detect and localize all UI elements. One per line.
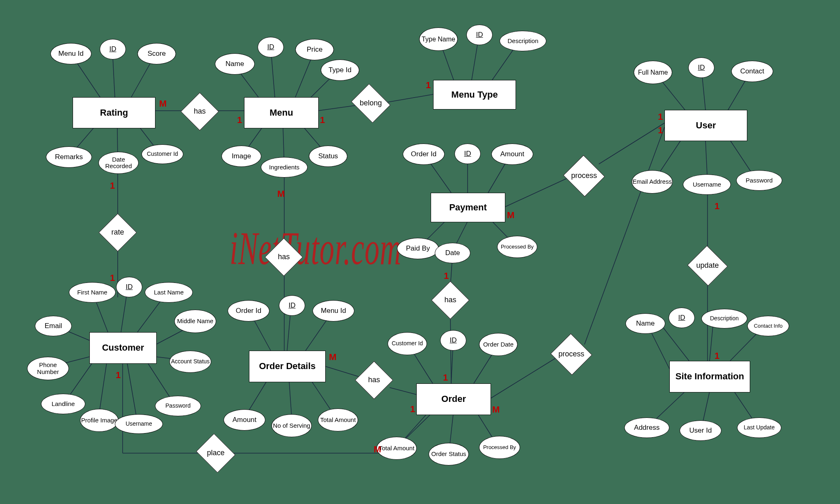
card-order-proc: M bbox=[492, 404, 500, 415]
attr-od-orderid: Order Id bbox=[228, 300, 269, 322]
svg-line-54 bbox=[127, 363, 137, 422]
rel-has-pay-order: has bbox=[437, 287, 463, 313]
attr-od-serving: No of Serving bbox=[272, 414, 312, 437]
attr-menu-name: Name bbox=[215, 53, 255, 75]
attr-menu-id: ID bbox=[258, 37, 284, 57]
entity-siteinfo: Site Information bbox=[669, 361, 750, 392]
rel-has-rating-menu: has bbox=[187, 98, 213, 125]
attr-ord-status: Order Status bbox=[429, 443, 469, 465]
attr-pay-paidby: Paid By bbox=[397, 238, 439, 259]
svg-line-65 bbox=[390, 388, 416, 395]
attr-site-addr: Address bbox=[624, 417, 669, 438]
attr-cust-landline: Landline bbox=[41, 394, 85, 414]
attr-ord-id: ID bbox=[440, 330, 466, 351]
attr-user-fullname: Full Name bbox=[634, 61, 672, 84]
attr-rating-custid: Customer Id bbox=[142, 144, 183, 164]
attr-cust-mname: Middle Name bbox=[174, 310, 216, 333]
entity-menutype: Menu Type bbox=[433, 80, 516, 109]
card-menu-has2: M bbox=[277, 189, 285, 199]
card-cust-rate: 1 bbox=[110, 273, 115, 283]
attr-cust-profile: Profile Image bbox=[80, 409, 119, 432]
attr-menu-image: Image bbox=[221, 146, 261, 167]
card-user-proc2: 1 bbox=[658, 125, 663, 136]
attr-site-update: Last Update bbox=[737, 417, 781, 438]
attr-rating-date: Date Recorded bbox=[98, 152, 139, 174]
attr-cust-email: Email bbox=[35, 316, 72, 336]
attr-site-userid: User Id bbox=[680, 420, 721, 441]
attr-ord-procby: Processed By bbox=[479, 436, 520, 459]
attr-menu-typeid: Type Id bbox=[321, 59, 359, 81]
attr-cust-status: Account Status bbox=[169, 351, 211, 373]
attr-menu-status: Status bbox=[309, 146, 347, 167]
attr-cust-id: ID bbox=[116, 277, 142, 297]
attr-od-menuid: Menu Id bbox=[313, 300, 354, 322]
rel-belong: belong bbox=[356, 91, 386, 116]
attr-pay-date: Date bbox=[435, 243, 470, 263]
svg-line-78 bbox=[490, 357, 558, 399]
card-rating-rate: 1 bbox=[110, 180, 115, 191]
attr-user-id: ID bbox=[688, 57, 714, 78]
card-order-place: M bbox=[374, 444, 381, 455]
entity-menu: Menu bbox=[244, 97, 319, 128]
attr-rating-remarks: Remarks bbox=[46, 146, 92, 168]
attr-ord-custid: Customer Id bbox=[388, 332, 427, 355]
attr-cust-fname: First Name bbox=[69, 282, 116, 303]
card-pay-has: 1 bbox=[444, 271, 449, 281]
attr-site-desc: Description bbox=[701, 309, 747, 328]
watermark: iNetTutor.com bbox=[230, 221, 402, 276]
svg-line-36 bbox=[660, 324, 689, 361]
attr-user-email: Email Address bbox=[632, 170, 673, 194]
attr-cust-password: Password bbox=[155, 396, 201, 416]
attr-cust-phone: Phone Number bbox=[27, 357, 69, 380]
card-mt-belong: 1 bbox=[426, 80, 431, 91]
svg-line-15 bbox=[318, 105, 356, 111]
attr-mt-typename: Type Name bbox=[419, 27, 458, 51]
attr-rating-id: ID bbox=[100, 39, 126, 59]
rel-process-order: process bbox=[557, 340, 586, 368]
entity-orderdetails: Order Details bbox=[249, 351, 326, 382]
entity-payment: Payment bbox=[431, 193, 505, 222]
attr-user-contact: Contact bbox=[731, 61, 773, 82]
rel-update: update bbox=[693, 252, 722, 279]
svg-line-79 bbox=[584, 127, 664, 344]
rel-has-menu-od: has bbox=[271, 244, 297, 270]
attr-pay-id: ID bbox=[454, 144, 481, 164]
attr-od-total: Total Amount bbox=[318, 408, 358, 431]
attr-mt-desc: Description bbox=[500, 31, 546, 51]
card-cust-place: 1 bbox=[116, 370, 121, 381]
card-user-proc1: 1 bbox=[658, 112, 663, 122]
entity-user: User bbox=[664, 110, 747, 141]
attr-mt-id: ID bbox=[466, 25, 493, 45]
attr-pay-procby: Processed By bbox=[497, 236, 537, 258]
attr-od-id: ID bbox=[279, 295, 305, 316]
attr-user-password: Password bbox=[736, 170, 782, 191]
attr-od-amount: Amount bbox=[224, 409, 265, 431]
attr-ord-date: Order Date bbox=[479, 333, 518, 356]
attr-cust-username: Username bbox=[115, 414, 163, 434]
attr-cust-lname: Last Name bbox=[145, 282, 193, 303]
rel-process-pay: process bbox=[569, 162, 599, 190]
svg-line-64 bbox=[325, 366, 361, 377]
rel-has-od-order: has bbox=[361, 367, 387, 393]
card-pay-proc: M bbox=[507, 210, 514, 221]
card-site-update: 1 bbox=[714, 351, 719, 361]
rel-place: place bbox=[201, 441, 231, 465]
attr-site-contact: Contact Info bbox=[747, 316, 789, 336]
attr-user-username: Username bbox=[683, 174, 731, 195]
entity-order: Order bbox=[416, 383, 491, 415]
svg-line-26 bbox=[504, 176, 571, 207]
attr-site-name: Name bbox=[625, 313, 665, 334]
entity-rating: Rating bbox=[73, 97, 155, 128]
rel-rate: rate bbox=[105, 219, 131, 246]
card-order-has: 1 bbox=[410, 404, 415, 415]
svg-line-27 bbox=[599, 123, 664, 164]
card-order-haspay: 1 bbox=[443, 372, 448, 383]
svg-line-16 bbox=[386, 94, 433, 103]
card-od-has: M bbox=[329, 352, 336, 363]
entity-customer: Customer bbox=[89, 332, 157, 364]
card-menu-has: 1 bbox=[237, 115, 242, 125]
card-rating-has: M bbox=[159, 98, 167, 109]
card-user-update: 1 bbox=[714, 201, 719, 212]
attr-pay-orderid: Order Id bbox=[403, 144, 445, 165]
card-menu-belong: 1 bbox=[320, 115, 325, 125]
